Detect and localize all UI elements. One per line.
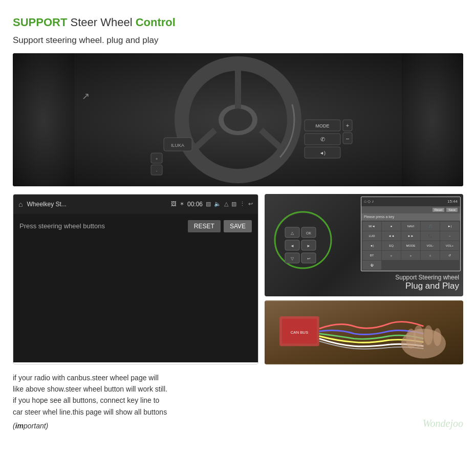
app-header-icons: 🖼 ✶ 00:06 ▧ 🔈 △ ▨ ⋮ ↩: [171, 201, 253, 208]
home-icon: ⌂: [18, 200, 23, 208]
if-cell-mute: M/◄: [362, 222, 381, 231]
wifi-icon: ▧: [206, 201, 211, 208]
if-cell-bt: BT: [362, 251, 381, 260]
back-icon: ↩: [248, 201, 253, 208]
bottom-left-content: if your radio with canbus.steer wheel pa…: [13, 372, 376, 432]
svg-point-49: [434, 328, 442, 346]
app-body: Press steering wheel buttons RESET SAVE: [13, 214, 258, 362]
app-header-bar: ⌂ Wheelkey St... 🖼 ✶ 00:06 ▧ 🔈 △ ▨ ⋮ ↩: [13, 194, 258, 214]
desc-line-4: car steer whel line.this page will show …: [13, 406, 376, 418]
screen-icon: ▨: [231, 201, 236, 208]
svg-text:–: –: [346, 135, 350, 141]
app-screenshot-panel: ⌂ Wheelkey St... 🖼 ✶ 00:06 ▧ 🔈 △ ▨ ⋮ ↩ P…: [13, 194, 258, 364]
if-header: ⌂ ◇ ♪ 15:44: [361, 197, 460, 206]
important-portant: portant: [24, 422, 46, 430]
page-title: SUPPORT Steer Wheel Control: [13, 15, 463, 30]
svg-text:✆: ✆: [320, 136, 325, 142]
if-toolbar: Reset Save: [361, 206, 460, 213]
desc-line-3: if you hope see all buttons, connect key…: [13, 395, 376, 406]
plug-play-label: Plug and Play: [395, 281, 459, 291]
if-cell-vol: ◄): [362, 241, 381, 250]
svg-rect-26: [402, 53, 463, 186]
steering-wheel-svg: ILUKA + - MODE + – ✆ ◄) ↗: [13, 53, 463, 186]
svg-rect-25: [13, 53, 74, 186]
svg-point-3: [224, 109, 252, 131]
menu-icon: ⋮: [240, 201, 245, 208]
svg-text:◄): ◄): [319, 150, 326, 156]
svg-text:+: +: [346, 122, 349, 128]
important-text: (important): [13, 420, 376, 431]
svg-text:OK: OK: [306, 231, 311, 235]
sw-label-group: Support Steering wheel Plug and Play: [395, 274, 459, 291]
if-cell-navi: NAVI: [401, 222, 420, 231]
if-cell-phone: 📞: [421, 231, 440, 241]
if-cell-volup: VOL+: [440, 241, 459, 250]
svg-text:▽: ▽: [291, 256, 294, 261]
if-press-text: Please press a key: [364, 215, 458, 219]
logo-text: Wondejoo: [423, 418, 463, 429]
reset-button[interactable]: RESET: [188, 220, 221, 232]
if-cell-eq: EQ: [382, 241, 401, 250]
title-steer-wheel: Steer Wheel: [67, 16, 135, 29]
if-header-time: 15:44: [447, 199, 458, 204]
if-cell-power: ⏻: [362, 261, 381, 270]
desc-line-1: if your radio with canbus.steer wheel pa…: [13, 372, 376, 383]
if-cell-play: ►|: [440, 222, 459, 231]
svg-text:ILUKA: ILUKA: [171, 143, 184, 148]
app-title-text: Wheelkey St...: [27, 201, 167, 208]
sw-buttons-overlay: △ OK ◄ ► ▽ ↩: [270, 204, 336, 276]
svg-point-48: [424, 325, 432, 345]
svg-text:↩: ↩: [307, 256, 311, 261]
if-cell-home: ⌂: [421, 251, 440, 260]
sw-buttons-svg: △ OK ◄ ► ▽ ↩: [270, 204, 336, 276]
desc-line-2: like above show.steer wheel button will …: [13, 383, 376, 395]
svg-text:-: -: [156, 168, 158, 173]
bottom-panels-container: ⌂ Wheelkey St... 🖼 ✶ 00:06 ▧ 🔈 △ ▨ ⋮ ↩ P…: [13, 194, 463, 364]
image-icon: 🖼: [171, 201, 177, 208]
if-reset-btn[interactable]: Reset: [432, 208, 445, 212]
svg-text:◄: ◄: [290, 244, 294, 248]
if-grid: M/◄ ● NAVI 🎵 ►| LUD ◄◄ ►► 📞 ~ ◄) EQ MODE…: [361, 221, 460, 271]
press-buttons-text: Press steering wheel buttons: [19, 220, 183, 230]
svg-text:►: ►: [307, 244, 311, 248]
svg-text:CAN BUS: CAN BUS: [291, 330, 308, 335]
wiring-svg: CAN BUS: [265, 300, 463, 364]
app-action-buttons: RESET SAVE: [188, 220, 252, 232]
interface-overlay-panel: ⌂ ◇ ♪ 15:44 Reset Save Please press a ke…: [361, 197, 461, 271]
steering-wheel-photo: ILUKA + - MODE + – ✆ ◄) ↗: [13, 53, 463, 186]
if-cell-refresh: ↺: [440, 251, 459, 260]
important-close-paren: ): [46, 422, 49, 430]
if-cell-prev: ◄◄: [382, 231, 401, 241]
save-button[interactable]: SAVE: [224, 220, 252, 232]
title-control: Control: [136, 16, 176, 29]
if-press-row: Please press a key: [361, 213, 460, 221]
if-cell-tilde: ~: [440, 231, 459, 241]
svg-point-47: [414, 325, 423, 347]
wiring-photo: CAN BUS: [265, 300, 463, 364]
if-cell-lud: LUD: [362, 231, 381, 241]
brand-logo: Wondejoo: [386, 372, 463, 432]
steering-wheel-interface-panel: △ OK ◄ ► ▽ ↩: [265, 194, 463, 296]
if-cell-next: ►►: [401, 231, 420, 241]
svg-text:+: +: [156, 157, 158, 161]
if-header-icons: ⌂ ◇ ♪: [364, 199, 445, 204]
if-cell-voldown: VOL-: [421, 241, 440, 250]
svg-text:MODE: MODE: [316, 123, 330, 128]
app-time: 00:06: [187, 201, 203, 208]
subtitle-text: Support steering wheel. plug and play: [13, 35, 463, 46]
if-cell-mode: MODE: [401, 241, 420, 250]
if-cell-dot: ●: [382, 222, 401, 231]
triangle-icon: △: [224, 201, 228, 208]
important-imp: im: [15, 422, 24, 430]
bottom-text-section: if your radio with canbus.steer wheel pa…: [13, 372, 463, 432]
if-cell-music: 🎵: [421, 222, 440, 231]
bluetooth-icon: ✶: [180, 201, 184, 208]
svg-text:↗: ↗: [82, 91, 90, 101]
volume-icon: 🔈: [214, 201, 221, 208]
right-panel: △ OK ◄ ► ▽ ↩: [265, 194, 463, 364]
if-cell-fwd: »: [401, 251, 420, 260]
svg-text:△: △: [291, 231, 294, 235]
if-cell-back: «: [382, 251, 401, 260]
title-support: SUPPORT: [13, 16, 67, 29]
if-save-btn[interactable]: Save: [446, 208, 458, 212]
